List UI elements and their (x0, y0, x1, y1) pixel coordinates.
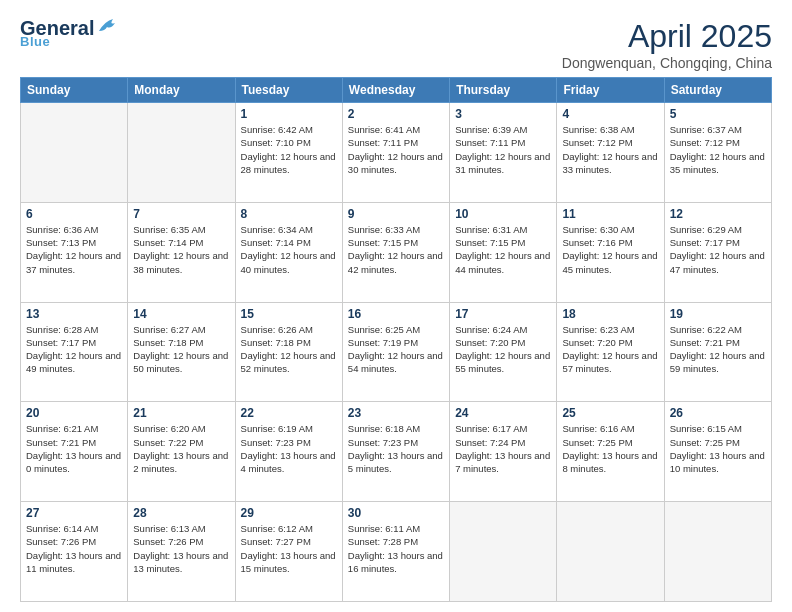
calendar-cell (664, 502, 771, 602)
day-number: 10 (455, 207, 551, 221)
day-info: Sunrise: 6:33 AMSunset: 7:15 PMDaylight:… (348, 224, 443, 275)
day-info: Sunrise: 6:25 AMSunset: 7:19 PMDaylight:… (348, 324, 443, 375)
day-info: Sunrise: 6:27 AMSunset: 7:18 PMDaylight:… (133, 324, 228, 375)
day-number: 22 (241, 406, 337, 420)
day-info: Sunrise: 6:35 AMSunset: 7:14 PMDaylight:… (133, 224, 228, 275)
day-info: Sunrise: 6:28 AMSunset: 7:17 PMDaylight:… (26, 324, 121, 375)
page: General Blue April 2025 Dongwenquan, Cho… (0, 0, 792, 612)
calendar-cell: 2 Sunrise: 6:41 AMSunset: 7:11 PMDayligh… (342, 103, 449, 203)
day-number: 2 (348, 107, 444, 121)
calendar-cell: 11 Sunrise: 6:30 AMSunset: 7:16 PMDaylig… (557, 202, 664, 302)
day-number: 23 (348, 406, 444, 420)
calendar-cell (557, 502, 664, 602)
day-info: Sunrise: 6:16 AMSunset: 7:25 PMDaylight:… (562, 423, 657, 474)
logo: General Blue (20, 18, 119, 49)
day-number: 13 (26, 307, 122, 321)
calendar-cell: 1 Sunrise: 6:42 AMSunset: 7:10 PMDayligh… (235, 103, 342, 203)
calendar-cell: 12 Sunrise: 6:29 AMSunset: 7:17 PMDaylig… (664, 202, 771, 302)
day-info: Sunrise: 6:31 AMSunset: 7:15 PMDaylight:… (455, 224, 550, 275)
logo-blue: Blue (20, 34, 50, 49)
day-number: 14 (133, 307, 229, 321)
day-info: Sunrise: 6:18 AMSunset: 7:23 PMDaylight:… (348, 423, 443, 474)
day-info: Sunrise: 6:24 AMSunset: 7:20 PMDaylight:… (455, 324, 550, 375)
subtitle: Dongwenquan, Chongqing, China (562, 55, 772, 71)
day-info: Sunrise: 6:20 AMSunset: 7:22 PMDaylight:… (133, 423, 228, 474)
day-info: Sunrise: 6:37 AMSunset: 7:12 PMDaylight:… (670, 124, 765, 175)
day-number: 25 (562, 406, 658, 420)
calendar-cell: 4 Sunrise: 6:38 AMSunset: 7:12 PMDayligh… (557, 103, 664, 203)
weekday-header-wednesday: Wednesday (342, 78, 449, 103)
day-info: Sunrise: 6:21 AMSunset: 7:21 PMDaylight:… (26, 423, 121, 474)
day-number: 15 (241, 307, 337, 321)
calendar-cell (450, 502, 557, 602)
day-number: 9 (348, 207, 444, 221)
calendar-cell: 20 Sunrise: 6:21 AMSunset: 7:21 PMDaylig… (21, 402, 128, 502)
day-number: 3 (455, 107, 551, 121)
day-number: 27 (26, 506, 122, 520)
day-number: 12 (670, 207, 766, 221)
calendar-week-row: 27 Sunrise: 6:14 AMSunset: 7:26 PMDaylig… (21, 502, 772, 602)
calendar-cell: 18 Sunrise: 6:23 AMSunset: 7:20 PMDaylig… (557, 302, 664, 402)
day-number: 29 (241, 506, 337, 520)
weekday-header-saturday: Saturday (664, 78, 771, 103)
calendar-cell: 6 Sunrise: 6:36 AMSunset: 7:13 PMDayligh… (21, 202, 128, 302)
day-number: 17 (455, 307, 551, 321)
day-info: Sunrise: 6:11 AMSunset: 7:28 PMDaylight:… (348, 523, 443, 574)
calendar-week-row: 6 Sunrise: 6:36 AMSunset: 7:13 PMDayligh… (21, 202, 772, 302)
calendar-cell: 27 Sunrise: 6:14 AMSunset: 7:26 PMDaylig… (21, 502, 128, 602)
day-info: Sunrise: 6:19 AMSunset: 7:23 PMDaylight:… (241, 423, 336, 474)
calendar-cell: 21 Sunrise: 6:20 AMSunset: 7:22 PMDaylig… (128, 402, 235, 502)
calendar-cell: 29 Sunrise: 6:12 AMSunset: 7:27 PMDaylig… (235, 502, 342, 602)
day-number: 28 (133, 506, 229, 520)
weekday-header-monday: Monday (128, 78, 235, 103)
day-number: 16 (348, 307, 444, 321)
day-info: Sunrise: 6:29 AMSunset: 7:17 PMDaylight:… (670, 224, 765, 275)
day-number: 30 (348, 506, 444, 520)
calendar-cell: 28 Sunrise: 6:13 AMSunset: 7:26 PMDaylig… (128, 502, 235, 602)
title-block: April 2025 Dongwenquan, Chongqing, China (562, 18, 772, 71)
calendar-cell: 26 Sunrise: 6:15 AMSunset: 7:25 PMDaylig… (664, 402, 771, 502)
calendar-cell: 24 Sunrise: 6:17 AMSunset: 7:24 PMDaylig… (450, 402, 557, 502)
day-number: 8 (241, 207, 337, 221)
day-number: 21 (133, 406, 229, 420)
day-info: Sunrise: 6:34 AMSunset: 7:14 PMDaylight:… (241, 224, 336, 275)
weekday-header-row: SundayMondayTuesdayWednesdayThursdayFrid… (21, 78, 772, 103)
day-info: Sunrise: 6:41 AMSunset: 7:11 PMDaylight:… (348, 124, 443, 175)
day-number: 6 (26, 207, 122, 221)
calendar-cell: 8 Sunrise: 6:34 AMSunset: 7:14 PMDayligh… (235, 202, 342, 302)
day-info: Sunrise: 6:30 AMSunset: 7:16 PMDaylight:… (562, 224, 657, 275)
calendar-cell (21, 103, 128, 203)
calendar-cell: 14 Sunrise: 6:27 AMSunset: 7:18 PMDaylig… (128, 302, 235, 402)
day-number: 7 (133, 207, 229, 221)
weekday-header-friday: Friday (557, 78, 664, 103)
day-info: Sunrise: 6:14 AMSunset: 7:26 PMDaylight:… (26, 523, 121, 574)
calendar-cell: 19 Sunrise: 6:22 AMSunset: 7:21 PMDaylig… (664, 302, 771, 402)
calendar-cell: 17 Sunrise: 6:24 AMSunset: 7:20 PMDaylig… (450, 302, 557, 402)
day-number: 11 (562, 207, 658, 221)
weekday-header-thursday: Thursday (450, 78, 557, 103)
calendar-cell: 3 Sunrise: 6:39 AMSunset: 7:11 PMDayligh… (450, 103, 557, 203)
day-info: Sunrise: 6:39 AMSunset: 7:11 PMDaylight:… (455, 124, 550, 175)
calendar-cell: 13 Sunrise: 6:28 AMSunset: 7:17 PMDaylig… (21, 302, 128, 402)
calendar-cell: 5 Sunrise: 6:37 AMSunset: 7:12 PMDayligh… (664, 103, 771, 203)
day-info: Sunrise: 6:38 AMSunset: 7:12 PMDaylight:… (562, 124, 657, 175)
calendar-cell: 25 Sunrise: 6:16 AMSunset: 7:25 PMDaylig… (557, 402, 664, 502)
day-number: 5 (670, 107, 766, 121)
calendar-cell (128, 103, 235, 203)
logo-bird-icon (97, 17, 119, 35)
day-info: Sunrise: 6:22 AMSunset: 7:21 PMDaylight:… (670, 324, 765, 375)
calendar-cell: 30 Sunrise: 6:11 AMSunset: 7:28 PMDaylig… (342, 502, 449, 602)
day-info: Sunrise: 6:15 AMSunset: 7:25 PMDaylight:… (670, 423, 765, 474)
calendar-cell: 7 Sunrise: 6:35 AMSunset: 7:14 PMDayligh… (128, 202, 235, 302)
weekday-header-sunday: Sunday (21, 78, 128, 103)
calendar-cell: 23 Sunrise: 6:18 AMSunset: 7:23 PMDaylig… (342, 402, 449, 502)
calendar-cell: 22 Sunrise: 6:19 AMSunset: 7:23 PMDaylig… (235, 402, 342, 502)
calendar-cell: 16 Sunrise: 6:25 AMSunset: 7:19 PMDaylig… (342, 302, 449, 402)
main-title: April 2025 (562, 18, 772, 55)
day-info: Sunrise: 6:17 AMSunset: 7:24 PMDaylight:… (455, 423, 550, 474)
calendar-cell: 15 Sunrise: 6:26 AMSunset: 7:18 PMDaylig… (235, 302, 342, 402)
day-info: Sunrise: 6:26 AMSunset: 7:18 PMDaylight:… (241, 324, 336, 375)
day-info: Sunrise: 6:13 AMSunset: 7:26 PMDaylight:… (133, 523, 228, 574)
calendar-week-row: 13 Sunrise: 6:28 AMSunset: 7:17 PMDaylig… (21, 302, 772, 402)
day-info: Sunrise: 6:36 AMSunset: 7:13 PMDaylight:… (26, 224, 121, 275)
